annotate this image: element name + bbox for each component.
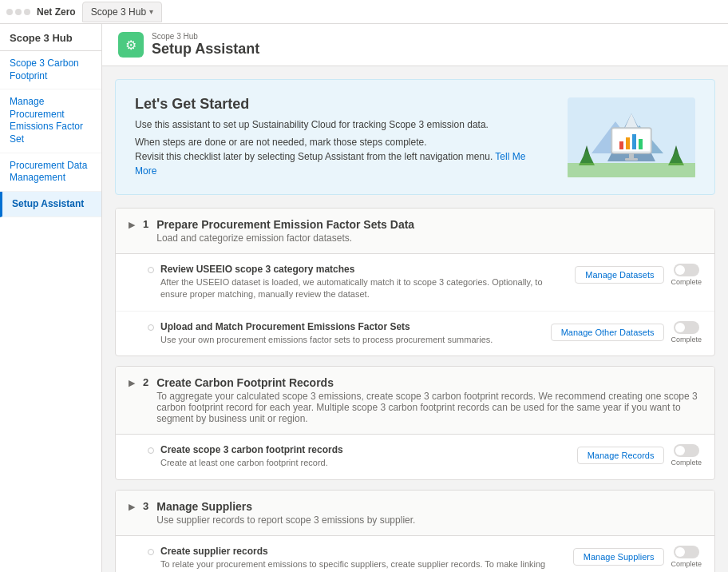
bullet-1-1	[148, 267, 154, 273]
step-title-wrap-1: Prepare Procurement Emission Factor Sets…	[156, 218, 414, 244]
sub-step-content-1-1: Review USEEIO scope 3 category matches A…	[160, 264, 568, 301]
hero-desc3: Revisit this checklist later by selectin…	[135, 149, 534, 178]
svg-rect-12	[626, 137, 630, 149]
svg-rect-10	[613, 129, 650, 151]
sidebar-item-manage-procurement[interactable]: Manage Procurement Emissions Factor Set	[0, 89, 101, 153]
sub-step-desc-2-1: Create at least one carbon footprint rec…	[160, 457, 571, 469]
gear-icon: ⚙	[125, 38, 136, 53]
step-section-2: ▶ 2 Create Carbon Footprint Records To a…	[115, 366, 715, 479]
sub-step-3-1: Create supplier records To relate your p…	[116, 536, 714, 572]
step-title-3: Manage Suppliers	[156, 500, 415, 513]
step-title-1: Prepare Procurement Emission Factor Sets…	[156, 218, 414, 231]
svg-rect-17	[568, 163, 695, 177]
manage-other-datasets-btn[interactable]: Manage Other Datasets	[551, 324, 665, 341]
manage-records-btn[interactable]: Manage Records	[577, 447, 665, 464]
toggle-wrap-3-1: Complete	[671, 546, 702, 568]
sub-steps-3: Create supplier records To relate your p…	[116, 536, 714, 572]
step-section-3: ▶ 3 Manage Suppliers Use supplier record…	[115, 490, 715, 572]
step-subtitle-2: To aggregate your calculated scope 3 emi…	[156, 391, 702, 424]
hero-title: Let's Get Started	[135, 96, 568, 113]
toggle-1-1[interactable]	[674, 264, 699, 276]
step-title-2: Create Carbon Footprint Records	[156, 376, 702, 389]
tab-scope3hub[interactable]: Scope 3 Hub ▾	[82, 2, 162, 22]
sub-steps-1: Review USEEIO scope 3 category matches A…	[116, 254, 714, 356]
svg-rect-11	[619, 141, 623, 149]
step-header-3[interactable]: ▶ 3 Manage Suppliers Use supplier record…	[116, 491, 714, 536]
step-title-wrap-2: Create Carbon Footprint Records To aggre…	[156, 376, 702, 424]
step-subtitle-3: Use supplier records to report scope 3 e…	[156, 514, 415, 526]
sub-step-title-1-1: Review USEEIO scope 3 category matches	[160, 264, 568, 275]
hero-banner: Let's Get Started Use this assistant to …	[115, 79, 715, 195]
page-header-text-wrap: Scope 3 Hub Setup Assistant	[152, 32, 259, 58]
sub-step-1-1: Review USEEIO scope 3 category matches A…	[116, 254, 714, 312]
sub-step-desc-1-1: After the USEEIO dataset is loaded, we a…	[160, 276, 568, 301]
bullet-1-2	[148, 324, 154, 331]
hero-desc1: Use this assistant to set up Sustainabil…	[135, 117, 534, 132]
step-header-2[interactable]: ▶ 2 Create Carbon Footprint Records To a…	[116, 367, 714, 435]
hero-image	[568, 97, 695, 177]
sub-step-actions-3-1: Manage Suppliers Complete	[573, 546, 702, 568]
sub-step-desc-3-1: To relate your procurement emissions to …	[160, 558, 567, 572]
page-header-icon: ⚙	[118, 32, 144, 58]
manage-suppliers-btn[interactable]: Manage Suppliers	[573, 548, 665, 566]
hero-content: Let's Get Started Use this assistant to …	[135, 96, 568, 178]
tab-label: Scope 3 Hub	[91, 6, 146, 18]
svg-rect-15	[629, 153, 634, 158]
step-header-1[interactable]: ▶ 1 Prepare Procurement Emission Factor …	[116, 209, 714, 254]
bullet-3-1	[148, 549, 154, 555]
main-content: ⚙ Scope 3 Hub Setup Assistant Let's Get …	[102, 24, 728, 572]
sub-step-2-1: Create scope 3 carbon footprint records …	[116, 435, 714, 479]
toggle-wrap-2-1: Complete	[671, 444, 702, 467]
sub-step-1-2: Upload and Match Procurement Emissions F…	[116, 312, 714, 356]
toggle-label-2-1: Complete	[671, 459, 702, 467]
sidebar-item-procurement-data[interactable]: Procurement Data Management	[0, 153, 101, 192]
bullet-2-1	[148, 447, 154, 454]
sub-step-title-3-1: Create supplier records	[160, 546, 567, 557]
sidebar-header: Scope 3 Hub	[0, 24, 101, 51]
toggle-3-1[interactable]	[674, 546, 699, 558]
page-header: ⚙ Scope 3 Hub Setup Assistant	[102, 24, 728, 66]
sub-step-content-3-1: Create supplier records To relate your p…	[160, 546, 567, 572]
manage-datasets-btn-1[interactable]: Manage Datasets	[575, 266, 664, 284]
toggle-label-1-2: Complete	[671, 336, 702, 344]
step-section-1: ▶ 1 Prepare Procurement Emission Factor …	[115, 208, 715, 356]
app-name: Net Zero	[37, 6, 76, 18]
main-layout: Scope 3 Hub Scope 3 Carbon Footprint Man…	[0, 24, 728, 572]
sidebar-item-carbon-footprint[interactable]: Scope 3 Carbon Footprint	[0, 51, 101, 89]
svg-rect-16	[625, 158, 638, 161]
step-chevron-1: ▶	[129, 220, 135, 230]
sub-step-actions-1-2: Manage Other Datasets Complete	[551, 321, 702, 344]
tab-chevron: ▾	[149, 7, 153, 16]
sub-step-actions-2-1: Manage Records Complete	[577, 444, 702, 467]
page-breadcrumb: Scope 3 Hub	[152, 32, 259, 41]
toggle-1-2[interactable]	[674, 321, 699, 334]
step-subtitle-1: Load and categorize emission factor data…	[156, 232, 414, 244]
step-chevron-3: ▶	[129, 502, 135, 512]
toggle-wrap-1-1: Complete	[671, 264, 702, 286]
sub-steps-2: Create scope 3 carbon footprint records …	[116, 435, 714, 479]
step-chevron-2: ▶	[129, 378, 135, 388]
toggle-label-1-1: Complete	[671, 278, 702, 286]
steps-container: ▶ 1 Prepare Procurement Emission Factor …	[102, 208, 728, 572]
sub-step-actions-1-1: Manage Datasets Complete	[575, 264, 702, 286]
sub-step-title-2-1: Create scope 3 carbon footprint records	[160, 444, 571, 455]
svg-rect-13	[632, 134, 636, 149]
app-dots	[6, 9, 30, 15]
svg-rect-14	[639, 139, 643, 149]
sidebar-item-setup-assistant[interactable]: Setup Assistant	[0, 192, 101, 218]
toggle-label-3-1: Complete	[671, 560, 702, 568]
sub-step-title-1-2: Upload and Match Procurement Emissions F…	[160, 321, 544, 332]
sidebar: Scope 3 Hub Scope 3 Carbon Footprint Man…	[0, 24, 102, 572]
hero-desc2: When steps are done or are not needed, m…	[135, 135, 534, 149]
top-bar: Net Zero Scope 3 Hub ▾	[0, 0, 728, 24]
toggle-2-1[interactable]	[674, 444, 699, 457]
toggle-wrap-1-2: Complete	[671, 321, 702, 344]
sub-step-content-2-1: Create scope 3 carbon footprint records …	[160, 444, 571, 469]
page-title: Setup Assistant	[152, 41, 259, 58]
sub-step-desc-1-2: Use your own procurement emissions facto…	[160, 334, 544, 346]
step-title-wrap-3: Manage Suppliers Use supplier records to…	[156, 500, 415, 526]
sub-step-content-1-2: Upload and Match Procurement Emissions F…	[160, 321, 544, 346]
